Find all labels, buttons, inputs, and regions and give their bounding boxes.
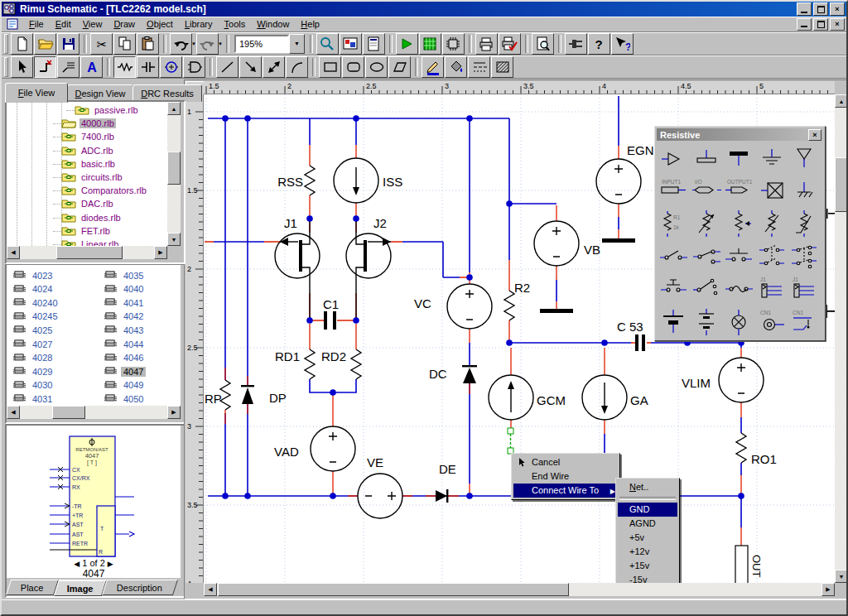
minimize-button[interactable] <box>797 2 812 16</box>
palette-symbol-thermistor[interactable] <box>788 207 821 240</box>
palette-symbol-earth-ground[interactable] <box>756 142 788 175</box>
palette-symbol-resistor-adjustable[interactable] <box>756 207 788 240</box>
tab-description[interactable]: Description <box>102 580 178 595</box>
restore-button[interactable] <box>813 2 828 16</box>
net-item-gnd[interactable]: GND <box>618 503 677 517</box>
palette-symbol-switch-rotary[interactable] <box>691 272 723 306</box>
palette-symbol-gnd-bar[interactable] <box>691 142 723 175</box>
tree-item-circuits-rlb[interactable]: circuits.rlb <box>61 171 124 184</box>
library-tree[interactable]: passive.rlb4000.rlb7400.rlbADC.rlbbasic.… <box>7 102 167 246</box>
pager-next-icon[interactable]: ▶ <box>108 560 113 568</box>
palette-symbol-antenna[interactable] <box>788 142 821 175</box>
palette-symbol-switch-spdt[interactable] <box>691 240 723 273</box>
double-arrow-button[interactable] <box>263 56 285 78</box>
palette-title-bar[interactable]: Resistive <box>657 128 823 141</box>
palette-symbol-switch-dpdt[interactable] <box>788 240 821 273</box>
part-item-4024[interactable]: 4024 <box>13 284 55 295</box>
new-button[interactable] <box>11 33 33 55</box>
palette-symbol-switch-spst[interactable] <box>658 240 690 273</box>
tab-place[interactable]: Place <box>6 580 59 595</box>
palette-symbol-connector-cn1b[interactable]: CN1 <box>788 306 821 339</box>
open-button[interactable] <box>34 33 56 55</box>
save-button[interactable] <box>57 33 80 55</box>
net-item-+12v[interactable]: +12v <box>618 545 677 559</box>
palette-symbol-buffer[interactable] <box>658 142 690 175</box>
tree-item-7400-rlb[interactable]: 7400.rlb <box>61 130 116 143</box>
rounded-rectangle-button[interactable] <box>342 56 364 78</box>
help-button[interactable]: ? <box>588 33 610 55</box>
part-item-4035[interactable]: 4035 <box>104 270 146 281</box>
child-restore-button[interactable] <box>813 18 828 31</box>
undo-button[interactable] <box>170 33 192 55</box>
pencil-button[interactable] <box>422 56 444 78</box>
menu-tools[interactable]: Tools <box>219 17 252 31</box>
toolbar-handle[interactable] <box>4 57 8 77</box>
tree-item-ADC-rlb[interactable]: ADC.rlb <box>61 144 115 157</box>
palette-symbol-battery-multi[interactable] <box>691 306 723 339</box>
run-button[interactable] <box>396 33 418 55</box>
part-item-4025[interactable]: 4025 <box>13 325 55 335</box>
tree-item-4000-rlb[interactable]: 4000.rlb <box>61 117 116 130</box>
child-minimize-button[interactable] <box>797 18 812 31</box>
palette-symbol-chassis-ground[interactable] <box>788 175 821 208</box>
net-item-agnd[interactable]: AGND <box>618 517 677 531</box>
scroll-thumb[interactable] <box>835 157 848 212</box>
wire-button[interactable] <box>34 56 56 78</box>
sheet-button[interactable] <box>363 33 385 55</box>
part-item-4043[interactable]: 4043 <box>104 325 146 335</box>
tree-item-basic-rlb[interactable]: basic.rlb <box>61 157 117 171</box>
palette-symbol-lamp[interactable] <box>723 306 755 339</box>
tree-item-FET-rlb[interactable]: FET.rlb <box>61 224 112 238</box>
scroll-thumb[interactable] <box>167 152 181 185</box>
context-menu-item-end-wire[interactable]: End Wire <box>513 469 618 484</box>
part-item-4029[interactable]: 4029 <box>13 366 55 377</box>
net-plug-button[interactable] <box>565 33 587 55</box>
part-item-4050[interactable]: 4050 <box>104 393 146 404</box>
scroll-right-icon[interactable]: ▶ <box>154 246 167 259</box>
part-item-4040[interactable]: 4040 <box>104 284 146 295</box>
child-close-button[interactable]: × <box>830 18 845 31</box>
scroll-thumb[interactable] <box>218 583 569 596</box>
palette-symbol-connector-j1b[interactable]: J1 <box>788 272 821 306</box>
scroll-left-icon[interactable]: ◀ <box>204 583 217 596</box>
part-item-4042[interactable]: 4042 <box>104 311 146 322</box>
part-item-4031[interactable]: 4031 <box>13 393 55 404</box>
document-icon[interactable] <box>7 18 20 30</box>
select-button[interactable] <box>11 56 33 78</box>
part-item-4049[interactable]: 4049 <box>104 380 146 391</box>
net-label-button[interactable] <box>57 56 80 78</box>
palette-symbol-resistor-variable[interactable] <box>691 207 723 240</box>
palette-symbol-box-x[interactable] <box>756 175 788 208</box>
tree-item-Comparators-rlb[interactable]: Comparators.rlb <box>61 184 148 197</box>
menu-help[interactable]: Help <box>295 17 325 31</box>
scroll-right-icon[interactable]: ▶ <box>822 583 835 596</box>
palette-symbol-potentiometer[interactable] <box>723 207 755 240</box>
ellipse-button[interactable] <box>365 56 388 78</box>
print-button[interactable] <box>475 33 498 55</box>
net-item-+15v[interactable]: +15v <box>618 559 677 573</box>
zoom-tool-button[interactable] <box>316 33 339 55</box>
print-check-button[interactable] <box>499 33 521 55</box>
part-item-4030[interactable]: 4030 <box>13 380 55 391</box>
menu-object[interactable]: Object <box>141 17 179 31</box>
part-item-4041[interactable]: 4041 <box>104 297 146 308</box>
scroll-up-icon[interactable]: ▲ <box>835 94 848 108</box>
palette-symbol-pushbutton[interactable] <box>658 272 690 306</box>
pager-prev-icon[interactable]: ◀ <box>74 560 80 568</box>
part-item-40245[interactable]: 40245 <box>13 311 60 322</box>
palette-symbol-port-input[interactable]: INPUT1 <box>658 175 690 208</box>
menu-window[interactable]: Window <box>251 17 295 31</box>
resistor-button[interactable] <box>113 56 136 78</box>
scroll-thumb[interactable] <box>56 246 123 259</box>
scroll-up-icon[interactable]: ▲ <box>167 102 181 115</box>
toolbar-handle[interactable] <box>4 34 8 54</box>
context-menu-item-cancel[interactable]: Cancel <box>513 455 618 469</box>
close-button[interactable]: × <box>830 2 845 16</box>
zoom-dropdown-icon[interactable]: ▼ <box>289 34 305 54</box>
tree-item-diodes-rlb[interactable]: diodes.rlb <box>61 211 123 224</box>
palette-symbol-resistor[interactable]: R11k <box>658 207 690 240</box>
net-item--15v[interactable]: -15v <box>618 573 677 583</box>
pcb-button[interactable] <box>419 33 441 55</box>
arrow-line-button[interactable] <box>239 56 262 78</box>
tab-drc-results[interactable]: DRC Results <box>132 84 202 102</box>
